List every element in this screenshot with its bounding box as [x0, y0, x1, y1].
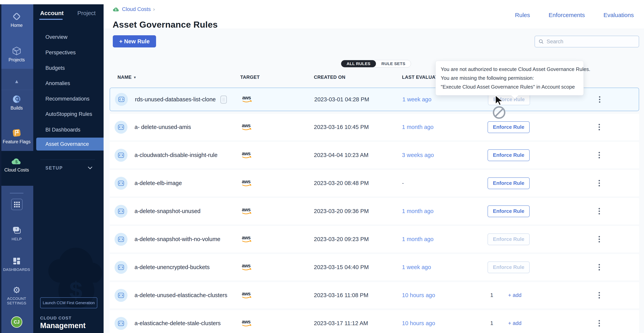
rule-name[interactable]: a-delete-unencrypted-buckets	[134, 264, 210, 270]
kebab-menu-icon[interactable]	[595, 152, 603, 158]
chevron-down-icon[interactable]	[88, 165, 92, 169]
permission-tooltip: You are not authorized to execute Cloud …	[436, 61, 584, 96]
table-row[interactable]: a-elasticache-delete-stale-clustersaws20…	[110, 310, 639, 333]
table-row[interactable]: a-delete-unencrypted-bucketsaws2023-03-1…	[110, 254, 639, 280]
new-rule-button[interactable]: + New Rule	[113, 35, 156, 48]
breadcrumb[interactable]: $ Cloud Costs ›	[112, 6, 155, 12]
created-on-value: 2023-03-16 11:08 PM	[314, 292, 402, 298]
launch-ccm-first-gen-button[interactable]: Launch CCM First Generation	[40, 297, 97, 308]
created-on-value: 2023-03-20 09:36 PM	[314, 208, 402, 214]
enforce-rule-button[interactable]: Enforce Rule	[488, 205, 530, 217]
kebab-menu-icon[interactable]	[596, 96, 604, 103]
grid-icon	[14, 202, 20, 207]
sidebar-item-bi-dashboards[interactable]: BI Dashboards	[46, 126, 80, 133]
rail-item-projects[interactable]: Projects	[0, 46, 33, 62]
toggle-rule-sets[interactable]: RULE SETS	[376, 60, 411, 67]
last-evaluation-value[interactable]: 10 hours ago	[402, 292, 488, 298]
rule-icon	[114, 317, 128, 330]
kebab-menu-icon[interactable]	[595, 124, 603, 130]
enforce-rule-button[interactable]: Enforce Rule	[488, 177, 530, 189]
enforcement-count: 1	[490, 320, 493, 326]
sidebar-item-perspectives[interactable]: Perspectives	[46, 49, 76, 56]
nav-link-evaluations[interactable]: Evaluations	[604, 12, 634, 19]
last-evaluation-value[interactable]: 3 weeks ago	[402, 152, 488, 158]
rail-item-help[interactable]: ? HELP	[0, 225, 33, 241]
enforce-rule-button[interactable]: Enforce Rule	[488, 261, 530, 273]
rail-item-feature-flags[interactable]: Feature Flags	[0, 128, 33, 144]
table-row[interactable]: a-delete-snapshot-with-no-volumeaws2023-…	[110, 226, 639, 252]
sidebar-item-autostopping-rules[interactable]: AutoStopping Rules	[46, 111, 92, 117]
scroll-up-icon[interactable]: ▲	[0, 78, 33, 85]
sidebar-item-overview[interactable]: Overview	[46, 34, 68, 40]
last-evaluation-value[interactable]: 1 week ago	[402, 264, 488, 270]
add-enforcement-link[interactable]: + add	[508, 320, 522, 326]
rule-name[interactable]: rds-unused-databases-list-clone	[135, 96, 216, 103]
kebab-menu-icon[interactable]	[595, 292, 603, 298]
search-box[interactable]	[534, 36, 639, 48]
tab-project[interactable]: Project	[77, 10, 96, 17]
kebab-menu-icon[interactable]	[595, 180, 603, 186]
rail-item-builds[interactable]: Builds	[0, 94, 33, 111]
last-evaluation-value[interactable]: 1 month ago	[402, 124, 488, 130]
not-allowed-cursor-icon	[493, 106, 505, 119]
table-row[interactable]: a-delete-unused-elasticache-clustersaws2…	[110, 282, 639, 308]
sidebar-item-budgets[interactable]: Budgets	[46, 65, 65, 71]
add-enforcement-link[interactable]: + add	[508, 292, 522, 298]
active-tab-underline	[39, 19, 63, 20]
svg-text:aws: aws	[242, 263, 250, 268]
module-picker-button[interactable]	[11, 199, 22, 210]
cloud-costs-icon: $	[0, 156, 33, 166]
sidebar-item-asset-governance[interactable]: Asset Governance	[36, 138, 104, 151]
last-evaluation-value: -	[402, 180, 488, 186]
product-eyebrow: CLOUD COST	[40, 315, 72, 321]
kebab-menu-icon[interactable]	[595, 208, 603, 214]
rule-name[interactable]: a-elasticache-delete-stale-clusters	[134, 320, 221, 326]
table-row[interactable]: a- delete-unused-amisaws2023-03-16 10:45…	[110, 114, 639, 140]
sidebar-item-recommendations[interactable]: Recommendations	[46, 96, 90, 102]
enforce-rule-button[interactable]: Enforce Rule	[488, 121, 530, 133]
rules-view-toggle: ALL RULES RULE SETS	[341, 60, 411, 67]
toggle-all-rules[interactable]: ALL RULES	[341, 60, 376, 67]
enforce-rule-button[interactable]: Enforce Rule	[488, 233, 530, 245]
kebab-menu-icon[interactable]	[595, 264, 603, 270]
tab-account[interactable]: Account	[40, 10, 64, 17]
copy-icon[interactable]	[219, 94, 228, 105]
aws-target-icon: aws	[240, 235, 253, 244]
enforce-rule-button[interactable]: Enforce Rule	[488, 149, 530, 161]
rail-item-dashboards[interactable]: DASHBOARDS	[0, 256, 33, 272]
rule-name[interactable]: a-delete-snapshot-with-no-volume	[134, 236, 220, 242]
aws-target-icon: aws	[240, 207, 253, 216]
rule-name[interactable]: a-cloudwatch-disable-insight-rule	[134, 152, 218, 158]
breadcrumb-link[interactable]: Cloud Costs	[122, 6, 151, 12]
rail-item-home[interactable]: Home	[0, 11, 33, 28]
last-evaluation-value[interactable]: 10 hours ago	[402, 320, 488, 326]
column-header-name[interactable]: NAME▼	[118, 75, 137, 80]
setup-section-label[interactable]: SETUP	[46, 165, 63, 171]
table-row[interactable]: a-delete-snapshot-unusedaws2023-03-20 09…	[110, 198, 639, 224]
sidebar-item-anomalies[interactable]: Anomalies	[46, 80, 70, 87]
last-evaluation-value[interactable]: 1 month ago	[402, 208, 488, 214]
last-evaluation-value[interactable]: 1 week ago	[402, 96, 488, 103]
user-avatar[interactable]: CJ	[11, 316, 22, 328]
aws-target-icon: aws	[240, 151, 253, 160]
rule-name[interactable]: a- delete-unused-amis	[134, 124, 191, 130]
product-name: Management	[40, 321, 86, 330]
last-evaluation-value[interactable]: 1 month ago	[402, 236, 488, 242]
tooltip-line: You are missing the following permission…	[441, 74, 578, 83]
rule-name[interactable]: a-delete-unused-elasticache-clusters	[134, 292, 227, 298]
rule-name[interactable]: a-delete-elb-image	[134, 180, 182, 186]
svg-text:$: $	[115, 8, 116, 11]
rule-name[interactable]: a-delete-snapshot-unused	[134, 208, 200, 214]
nav-link-enforcements[interactable]: Enforcements	[549, 12, 585, 19]
table-row[interactable]: a-delete-elb-imageaws2023-03-20 08:48 PM…	[110, 170, 639, 196]
search-input[interactable]	[546, 39, 635, 45]
kebab-menu-icon[interactable]	[595, 236, 603, 242]
kebab-menu-icon[interactable]	[595, 320, 603, 326]
nav-link-rules[interactable]: Rules	[515, 12, 530, 19]
aws-target-icon: aws	[240, 263, 253, 272]
feature-flags-icon	[0, 128, 33, 138]
created-on-value: 2023-03-20 09:23 PM	[314, 236, 402, 242]
rail-item-account-settings[interactable]: ⚙ ACCOUNT SETTINGS	[0, 285, 33, 305]
rail-item-cloud-costs[interactable]: $ Cloud Costs	[0, 156, 33, 172]
table-row[interactable]: a-cloudwatch-disable-insight-ruleaws2023…	[110, 142, 639, 168]
